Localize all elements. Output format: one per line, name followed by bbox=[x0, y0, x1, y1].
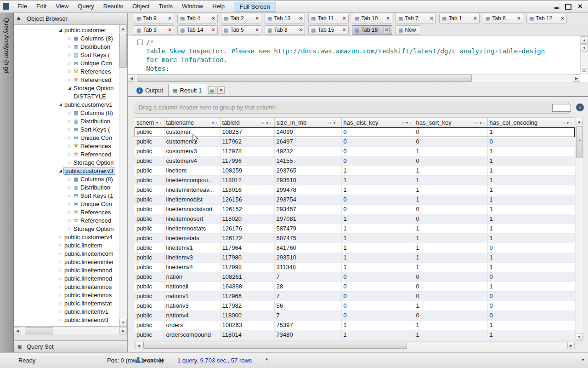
cell-has-col-encoding[interactable]: 0 bbox=[487, 292, 575, 301]
close-icon[interactable] bbox=[574, 3, 586, 11]
scroll-right-icon[interactable] bbox=[567, 342, 575, 349]
tree-item[interactable]: Referenced bbox=[14, 150, 119, 158]
expand-arrow-icon[interactable] bbox=[67, 59, 73, 67]
expand-arrow-icon[interactable] bbox=[57, 233, 63, 241]
cell-size-in-mb[interactable]: 293754 bbox=[274, 195, 341, 205]
tree-item[interactable]: Storage Option bbox=[14, 224, 119, 233]
column-header[interactable]: ↓Σ▼+ size_in_mb bbox=[274, 118, 341, 127]
table-row[interactable]: public customerv3 117978 49232 0 1 1 bbox=[135, 147, 575, 156]
cell-has-dist-key[interactable]: 0 bbox=[341, 137, 414, 147]
expand-arrow-icon[interactable] bbox=[67, 150, 73, 158]
cell-has-col-encoding[interactable]: 1 bbox=[487, 127, 575, 137]
cell-has-dist-key[interactable]: 0 bbox=[341, 272, 414, 282]
tree-item[interactable]: References bbox=[14, 208, 119, 216]
tree-item[interactable]: public.customer bbox=[14, 26, 119, 34]
cell-tableid[interactable]: 118014 bbox=[220, 330, 274, 340]
cell-has-dist-key[interactable]: 1 bbox=[341, 243, 414, 253]
cell-has-col-encoding[interactable]: 0 bbox=[487, 137, 575, 147]
table-row[interactable]: public nationv4 118000 7 0 0 0 bbox=[135, 311, 575, 321]
expand-arrow-icon[interactable] bbox=[67, 175, 73, 183]
tree-item-label[interactable]: public.customerv3 bbox=[63, 167, 115, 175]
column-header-label[interactable]: has_col_encoding bbox=[490, 119, 538, 126]
tree-item[interactable]: Columns (8) bbox=[14, 34, 119, 42]
cell-has-sort-key[interactable]: 1 bbox=[414, 321, 487, 330]
cell-tablename[interactable]: customerv4 bbox=[164, 156, 220, 166]
scroll-right-icon[interactable] bbox=[119, 327, 127, 334]
column-filter-icons[interactable]: ▼+ bbox=[155, 121, 162, 125]
cell-schema[interactable]: public bbox=[135, 185, 164, 195]
expand-arrow-icon[interactable] bbox=[67, 125, 73, 133]
cell-tablename[interactable]: lineitemv4 bbox=[164, 263, 220, 272]
cell-schema[interactable]: public bbox=[135, 127, 164, 137]
editor-tab-label[interactable]: Tab 7 bbox=[405, 15, 430, 22]
tree-item-label[interactable]: Sort Keys ( bbox=[79, 126, 111, 133]
expand-arrow-icon[interactable] bbox=[57, 291, 63, 299]
cell-tableid[interactable]: 126176 bbox=[220, 224, 274, 234]
tree-item-label[interactable]: public.lineiteminter bbox=[63, 259, 115, 265]
cell-has-col-encoding[interactable]: 0 bbox=[487, 272, 575, 282]
cell-tablename[interactable]: nationall bbox=[164, 282, 220, 292]
cell-tablename[interactable]: lineitemv1 bbox=[164, 243, 220, 253]
cell-tablename[interactable]: lineiteminterleav... bbox=[164, 185, 220, 195]
column-header[interactable]: ↓Σ▼+ has_sort_key bbox=[414, 118, 487, 127]
cell-tablename[interactable]: nationv1 bbox=[164, 292, 220, 301]
column-header-label[interactable]: tableid bbox=[222, 119, 240, 126]
cell-size-in-mb[interactable]: 14155 bbox=[274, 156, 341, 166]
cell-schema[interactable]: public bbox=[135, 156, 164, 166]
tree-item[interactable]: Distribution bbox=[14, 117, 119, 125]
expand-arrow-icon[interactable] bbox=[67, 208, 73, 216]
editor-tab-label[interactable]: Tab 13 bbox=[274, 15, 299, 22]
scroll-up-icon[interactable] bbox=[581, 36, 588, 44]
cell-tableid[interactable]: 108261 bbox=[220, 272, 274, 282]
fullscreen-button[interactable]: Full Screen bbox=[234, 2, 276, 12]
scroll-up-icon[interactable] bbox=[576, 118, 583, 125]
scroll-right-icon[interactable] bbox=[573, 75, 580, 82]
tree-item-label[interactable]: References bbox=[79, 209, 112, 216]
tree-item-label[interactable]: Storage Option bbox=[73, 225, 114, 232]
tree-horizontal-scrollbar[interactable] bbox=[14, 327, 127, 334]
cell-has-sort-key[interactable]: 1 bbox=[414, 195, 487, 205]
scroll-down-icon[interactable] bbox=[576, 333, 583, 340]
editor-tab[interactable]: Tab 9 bbox=[134, 14, 174, 23]
cell-has-dist-key[interactable]: 1 bbox=[341, 321, 414, 330]
cell-has-sort-key[interactable]: 1 bbox=[414, 234, 487, 243]
expand-arrow-icon[interactable] bbox=[57, 167, 63, 175]
tree-item[interactable]: public.lineitemcom bbox=[14, 249, 119, 258]
cell-has-col-encoding[interactable]: 1 bbox=[487, 234, 575, 243]
tree-item-label[interactable]: public.lineitemnos bbox=[63, 292, 113, 299]
grid-vertical-scrollbar[interactable] bbox=[576, 117, 583, 341]
editor-tab-label[interactable]: New bbox=[405, 27, 418, 33]
tree-item[interactable]: public.lineitemv3 bbox=[14, 316, 119, 324]
tree-item-label[interactable]: DISTSTYLE bbox=[73, 93, 107, 100]
tab-output[interactable]: Output bbox=[132, 85, 167, 96]
scroll-up-icon[interactable] bbox=[119, 25, 127, 32]
cell-has-sort-key[interactable]: 0 bbox=[414, 311, 487, 321]
cell-has-sort-key[interactable]: 0 bbox=[414, 292, 487, 301]
close-tab-icon[interactable] bbox=[430, 16, 433, 21]
expand-arrow-icon[interactable] bbox=[67, 34, 73, 42]
column-header[interactable]: ▼+ tablename bbox=[164, 118, 220, 127]
table-row[interactable]: public orders 108263 75397 1 1 1 bbox=[135, 321, 575, 330]
cell-has-col-encoding[interactable]: 1 bbox=[487, 330, 575, 340]
cell-has-sort-key[interactable]: 1 bbox=[414, 243, 487, 253]
editor-tab-label[interactable]: Tab 14 bbox=[187, 27, 212, 33]
cell-tablename[interactable]: lineitemv3 bbox=[164, 253, 220, 263]
cell-schema[interactable]: public bbox=[135, 292, 164, 301]
expand-arrow-icon[interactable] bbox=[67, 216, 73, 224]
scroll-left-icon[interactable] bbox=[135, 342, 142, 349]
tree-item-label[interactable]: Unique Con bbox=[79, 60, 113, 67]
tree-item-label[interactable]: References bbox=[79, 143, 112, 150]
sql-editor[interactable]: /* Table Skew Inspector. Please see http… bbox=[128, 36, 588, 82]
cell-has-sort-key[interactable]: 1 bbox=[414, 330, 487, 340]
column-header-label[interactable]: size_in_mb bbox=[277, 119, 307, 126]
tree-item[interactable]: References bbox=[14, 67, 119, 75]
tree-vertical-scrollbar[interactable] bbox=[119, 25, 127, 326]
cell-has-sort-key[interactable]: 0 bbox=[414, 272, 487, 282]
expand-arrow-icon[interactable] bbox=[67, 109, 73, 117]
table-row[interactable]: public lineiteminterleav... 118016 29947… bbox=[135, 185, 575, 195]
restore-icon[interactable] bbox=[562, 3, 574, 11]
cell-has-sort-key[interactable]: 0 bbox=[414, 137, 487, 147]
cell-has-sort-key[interactable]: 1 bbox=[414, 263, 487, 272]
tree-item[interactable]: Storage Option bbox=[14, 84, 119, 92]
grid-horizontal-scrollbar[interactable] bbox=[135, 341, 575, 349]
